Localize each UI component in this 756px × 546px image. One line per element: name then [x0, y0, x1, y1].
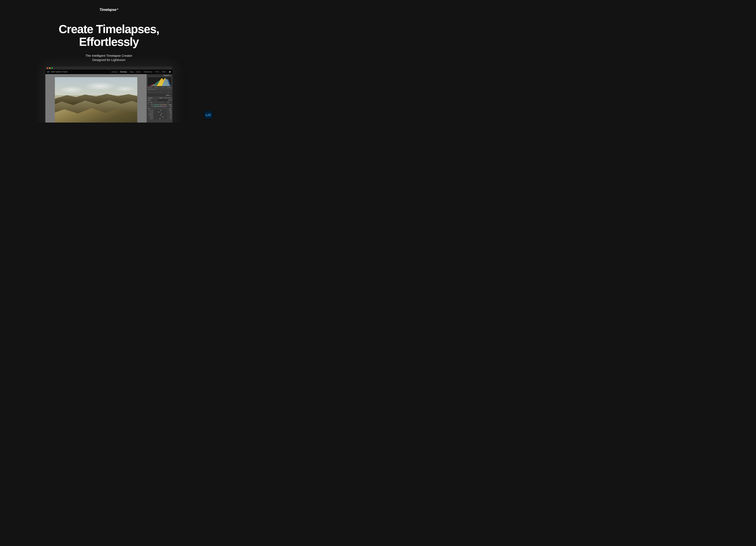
- highlights-slider[interactable]: Highlights + 26: [148, 113, 171, 114]
- histogram-meta: ISO 640 55 mm f / 2.8 1/160 sec: [147, 87, 172, 88]
- nav-book[interactable]: Book: [136, 71, 141, 73]
- crop-tool-icon[interactable]: [149, 91, 151, 93]
- treatment-bw[interactable]: Black & White: [163, 97, 171, 99]
- blacks-slider[interactable]: Blacks − 8: [148, 118, 171, 119]
- brand-logo: Timelapse +: [99, 8, 118, 12]
- aperture-value: f / 2.8: [161, 87, 164, 88]
- temp-slider[interactable]: Temp 6,503: [148, 104, 171, 106]
- lightroom-window: ▴ LrC Adobe Lightroom Classic Library | …: [45, 67, 172, 122]
- preview-image[interactable]: [55, 77, 137, 122]
- profile-label: Profile :: [148, 99, 151, 101]
- focal-value: 55 mm: [155, 87, 158, 88]
- heal-tool-icon[interactable]: [153, 91, 155, 93]
- smart-preview-label: ■ Smart Preview: [147, 88, 172, 91]
- histogram-header[interactable]: Histogram ▼: [147, 74, 172, 77]
- cloud-sync-icon[interactable]: [169, 71, 171, 73]
- iso-value: ISO 640: [148, 87, 152, 88]
- subtitle-line1: The Intelligent Timelapse Creator: [85, 54, 132, 57]
- app-title: Adobe Lightroom Classic: [51, 71, 68, 73]
- lrc-badge: LrC: [204, 111, 212, 119]
- titlebar: [45, 67, 172, 70]
- auto-button[interactable]: Auto: [169, 108, 171, 109]
- histogram-label: Histogram: [163, 75, 169, 76]
- canvas: [45, 74, 147, 122]
- minimize-icon[interactable]: [49, 67, 51, 69]
- contrast-slider[interactable]: Contrast − 30: [148, 111, 171, 113]
- eyedropper-icon[interactable]: [148, 101, 150, 103]
- radial-tool-icon[interactable]: [163, 91, 165, 93]
- shadows-slider[interactable]: Shadows + 6: [148, 114, 171, 116]
- mask-tool-icon[interactable]: [160, 91, 161, 93]
- profile-grid-icon[interactable]: [168, 99, 170, 101]
- basic-header[interactable]: Basic ▼: [147, 94, 172, 96]
- tone-label: Tone: [148, 108, 150, 109]
- chevron-down-icon: ▼: [170, 75, 171, 76]
- subtitle: The Intelligent Timelapse Creator Design…: [0, 54, 218, 62]
- nav-develop[interactable]: Develop: [119, 71, 128, 73]
- plus-icon: +: [117, 8, 118, 11]
- nav-slideshow[interactable]: Slideshow: [143, 71, 153, 73]
- basic-label: Basic: [166, 94, 169, 96]
- treatment-label: Treatment :: [148, 97, 153, 98]
- collapse-top-icon[interactable]: ▴: [108, 69, 110, 70]
- module-nav: Library | Develop | Map | Book | Slidesh…: [111, 71, 171, 73]
- exposure-slider[interactable]: Exposure + 0.33: [148, 109, 171, 111]
- headline-line1: Create Timelapses,: [59, 22, 159, 36]
- lrc-badge-text: LrC: [206, 113, 211, 117]
- wb-label: WB :: [150, 102, 153, 103]
- close-icon[interactable]: [47, 67, 48, 69]
- whites-slider[interactable]: Whites + 61: [148, 116, 171, 118]
- histogram-chart[interactable]: [148, 77, 171, 86]
- brand-text: Timelapse: [99, 8, 116, 12]
- nav-map[interactable]: Map: [129, 71, 134, 73]
- nav-print[interactable]: Print: [155, 71, 160, 73]
- treatment-color[interactable]: Color: [159, 97, 163, 99]
- gradient-tool-icon[interactable]: [167, 92, 171, 93]
- develop-panel: Histogram ▼ ISO 640 55 mm f / 2.8 1/160 …: [147, 74, 172, 122]
- profile-select[interactable]: DVLOP III ÷: [152, 99, 168, 101]
- headline-line2: Effortlessly: [79, 35, 139, 48]
- chevron-down-icon: ▼: [170, 95, 171, 96]
- redeye-tool-icon[interactable]: [156, 91, 158, 93]
- headline: Create Timelapses, Effortlessly: [0, 23, 218, 48]
- nav-web[interactable]: Web: [161, 71, 166, 73]
- shutter-value: 1/160 sec: [167, 87, 171, 88]
- app-icon: LrC: [47, 70, 50, 73]
- tint-slider[interactable]: Tint + 10: [148, 106, 171, 107]
- tool-strip: [147, 91, 172, 94]
- wb-select[interactable]: Custom ÷: [165, 102, 171, 103]
- subtitle-line2: Designed for Lightroom: [92, 58, 125, 62]
- profile-grid2-icon[interactable]: [170, 99, 171, 101]
- maximize-icon[interactable]: [51, 67, 53, 69]
- nav-library[interactable]: Library: [111, 71, 118, 73]
